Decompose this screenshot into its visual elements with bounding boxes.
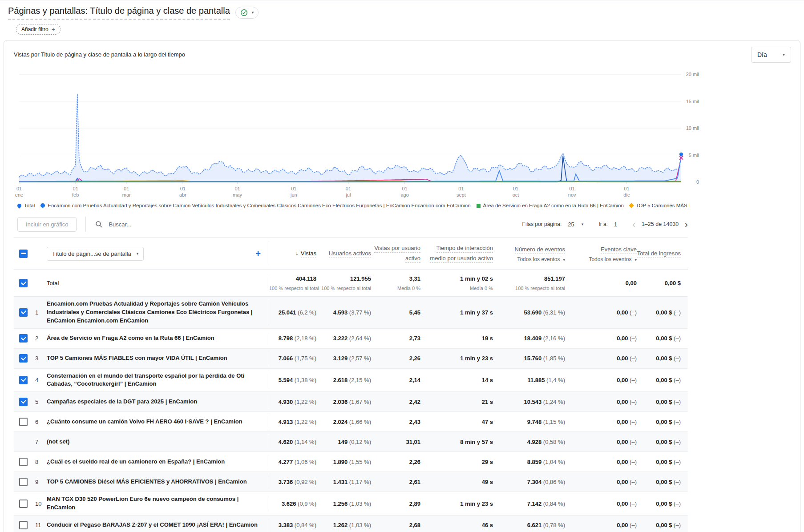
- active-users-cell: 149 (0,12 %): [316, 439, 371, 445]
- legend-label: Encamion.com Pruebas Actualidad y Report…: [48, 203, 470, 208]
- table-row[interactable]: 11 Conducir el Pegaso BARAJAS Z-207 y el…: [14, 516, 688, 532]
- event-count-cell: 6.621 (0,78 %): [493, 522, 565, 528]
- views-cell: 3.736 (0,92 %): [269, 479, 316, 485]
- table-body: 1 Encamion.com Pruebas Actualidad y Repo…: [14, 297, 688, 532]
- event-count-cell: 11.885 (1,4 %): [493, 377, 565, 383]
- table-row[interactable]: 9 TOP 5 CAMIONES Diésel MÁS EFICIENTES y…: [14, 472, 688, 492]
- total-key-events-cell: 0,00: [565, 280, 637, 286]
- total-views-per-user-cell: 3,31Media 0 %: [371, 275, 420, 291]
- row-page-title: Encamion.com Pruebas Actualidad y Report…: [47, 300, 269, 325]
- active-users-cell: 2.024 (1,66 %): [316, 419, 371, 425]
- table-row[interactable]: 10 MAN TGX D30 520 PowerLion Euro 6e nue…: [14, 492, 688, 516]
- include-in-chart-button[interactable]: Incluir en gráfico: [17, 217, 77, 232]
- total-revenue-cell: 0,00 $ (–): [637, 479, 681, 485]
- report-status-dropdown[interactable]: ▾: [235, 7, 259, 19]
- total-revenue-cell: 0,00 $ (–): [637, 309, 681, 316]
- legend-item[interactable]: Encamion.com Pruebas Actualidad y Report…: [40, 203, 470, 208]
- avg-engagement-time-cell: 29 s: [420, 459, 493, 465]
- row-index: 7: [34, 439, 47, 445]
- report-card: Vistas por Titulo de página y clase de p…: [4, 40, 800, 532]
- table-row[interactable]: 6 ¿Cuánto consume un camión Volvo FH AER…: [14, 412, 688, 432]
- col-header-avg-engagement-time[interactable]: Tiempo de interacción medio por usuario …: [420, 243, 493, 264]
- total-revenue-cell: 0,00 $ (–): [637, 377, 681, 383]
- key-events-cell: 0,00 (–): [565, 419, 637, 425]
- legend-item[interactable]: Área de Servicio en Fraga A2 como en la …: [477, 203, 624, 208]
- row-checkbox[interactable]: [19, 418, 28, 426]
- row-page-title: Área de Servicio en Fraga A2 como en la …: [47, 332, 269, 345]
- active-users-cell: 1.890 (1,55 %): [316, 459, 371, 465]
- svg-text:01: 01: [73, 186, 78, 191]
- row-checkbox[interactable]: [19, 521, 28, 529]
- col-header-active-users[interactable]: Usuarios activos: [316, 249, 371, 259]
- table-row[interactable]: 5 Campañas especiales de la DGT para 202…: [14, 392, 688, 412]
- chart-title: Vistas por Titulo de página y clase de p…: [14, 47, 185, 58]
- sort-desc-icon: ↓: [295, 250, 299, 257]
- next-page-button[interactable]: ›: [685, 220, 688, 229]
- table-row[interactable]: 7 (not set) 4.620 (1,14 %) 149 (0,12 %) …: [14, 432, 688, 452]
- rows-per-page-select[interactable]: 25 ▾: [568, 221, 583, 228]
- col-header-total-revenue[interactable]: Total de ingresos: [637, 249, 681, 259]
- rows-per-page-label: Filas por página:: [522, 221, 562, 227]
- timeseries-chart[interactable]: 20 mil15 mil10 mil5 mil001ene01feb01mar0…: [8, 63, 800, 200]
- row-checkbox[interactable]: [19, 478, 28, 486]
- table-row[interactable]: 3 TOP 5 Camiones MÁS FIABLES con mayor V…: [14, 349, 688, 369]
- views-cell: 8.798 (2,18 %): [269, 335, 316, 342]
- svg-text:01: 01: [346, 186, 351, 191]
- row-page-title: Consternación en el mundo del transporte…: [47, 372, 269, 389]
- views-per-user-cell: 2,61: [371, 479, 420, 485]
- col-header-event-count[interactable]: Número de eventos Todos los eventos▾: [493, 245, 565, 262]
- views-cell: 4.930 (1,22 %): [269, 399, 316, 405]
- total-event-count-cell: 851.197100 % respecto al total: [493, 275, 565, 291]
- col-header-views-per-user[interactable]: Vistas por usuario activo: [371, 243, 420, 264]
- goto-page-input[interactable]: 1: [614, 221, 617, 228]
- table-row[interactable]: 8 ¿Cuál es el sueldo real de un camioner…: [14, 452, 688, 472]
- svg-text:jun: jun: [290, 192, 297, 197]
- svg-text:01: 01: [234, 186, 240, 191]
- row-checkbox[interactable]: [19, 308, 28, 317]
- row-checkbox[interactable]: [19, 500, 28, 508]
- avg-engagement-time-cell: 1 min y 23 s: [420, 355, 493, 362]
- search-box[interactable]: [95, 220, 225, 228]
- views-per-user-cell: 2,89: [371, 500, 420, 507]
- search-input[interactable]: [108, 221, 225, 228]
- chevron-down-icon: ▾: [252, 11, 254, 15]
- dimension-dropdown[interactable]: Título de págin...se de pantalla ▾: [47, 247, 144, 261]
- row-checkbox[interactable]: [19, 334, 28, 343]
- add-column-button[interactable]: +: [255, 249, 261, 259]
- views-cell: 4.620 (1,14 %): [269, 439, 316, 445]
- page-title: Páginas y pantallas: Título de página y …: [8, 6, 230, 20]
- dimension-dropdown-label: Título de págin...se de pantalla: [52, 250, 131, 257]
- legend-item[interactable]: Total: [17, 203, 35, 208]
- legend-label: Total: [24, 203, 35, 208]
- total-row-checkbox[interactable]: [19, 279, 28, 287]
- row-checkbox[interactable]: [19, 458, 28, 466]
- toolbar-divider: [85, 217, 86, 232]
- prev-page-button[interactable]: ‹: [632, 220, 635, 229]
- col-header-key-events[interactable]: Eventos clave Todos los eventos▾: [565, 245, 637, 262]
- row-checkbox[interactable]: [19, 354, 28, 363]
- total-revenue-cell: 0,00 $ (–): [637, 335, 681, 342]
- event-count-cell: 9.748 (1,15 %): [493, 419, 565, 425]
- row-checkbox[interactable]: [19, 376, 28, 384]
- row-page-title: ¿Cuál es el sueldo real de un camionero …: [47, 455, 269, 468]
- svg-text:feb: feb: [72, 192, 79, 197]
- event-count-cell: 53.690 (6,31 %): [493, 309, 565, 316]
- views-cell: 3.383 (0,84 %): [269, 522, 316, 528]
- active-users-cell: 3.129 (2,57 %): [316, 355, 371, 362]
- legend-item[interactable]: TOP 5 Camiones MÁS FIABLES con mayor VID…: [630, 203, 689, 208]
- table-total-row: Total 404.118100 % respecto al total 121…: [14, 270, 688, 297]
- col-header-views[interactable]: ↓Vistas: [269, 249, 316, 259]
- row-checkbox[interactable]: [19, 398, 28, 406]
- event-count-filter[interactable]: Todos los eventos▾: [493, 256, 565, 262]
- table-row[interactable]: 1 Encamion.com Pruebas Actualidad y Repo…: [14, 297, 688, 329]
- add-filter-button[interactable]: Añadir filtro +: [16, 24, 61, 35]
- views-per-user-cell: 2,26: [371, 355, 420, 362]
- key-events-filter[interactable]: Todos los eventos▾: [565, 256, 637, 262]
- select-all-checkbox[interactable]: [19, 250, 28, 258]
- row-index: 1: [34, 309, 47, 316]
- granularity-select[interactable]: Día ▾: [751, 47, 791, 63]
- table-row[interactable]: 2 Área de Servicio en Fraga A2 como en l…: [14, 329, 688, 349]
- avg-engagement-time-cell: 14 s: [420, 377, 493, 383]
- active-users-cell: 2.036 (1,67 %): [316, 399, 371, 405]
- table-row[interactable]: 4 Consternación en el mundo del transpor…: [14, 369, 688, 392]
